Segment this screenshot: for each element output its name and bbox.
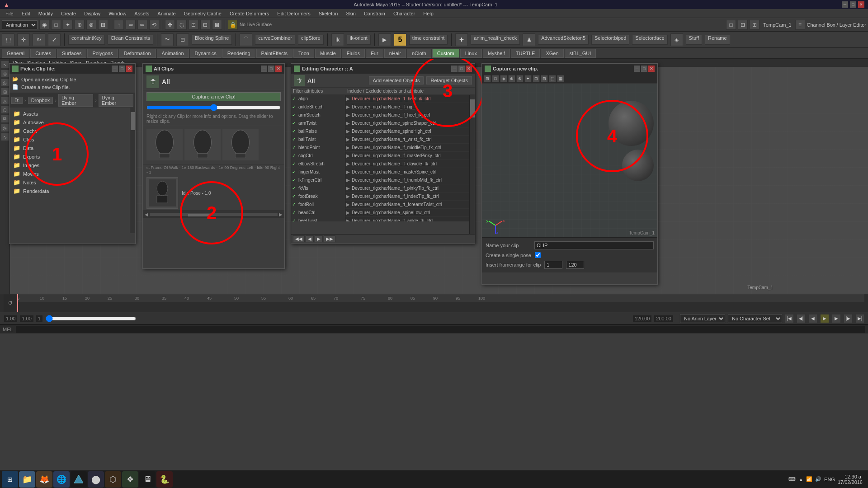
advanced-skeleton-icon[interactable]: ♟ — [523, 33, 535, 46]
go-start-btn[interactable]: |◀ — [785, 314, 794, 323]
add-objects-button[interactable]: Add selected Objects — [369, 76, 424, 84]
tab-nhair[interactable]: nHair — [384, 49, 406, 58]
next-frame-btn[interactable]: ▶ — [832, 314, 841, 323]
menu-create[interactable]: Create — [57, 10, 80, 17]
tab-rendering[interactable]: Rendering — [222, 49, 255, 58]
folder-assets[interactable]: 📁Assets — [11, 109, 128, 118]
tab-general[interactable]: General — [2, 49, 29, 58]
toolbar-icon-11[interactable]: ✤ — [165, 20, 175, 30]
edit-char-scrollbar[interactable] — [469, 95, 475, 234]
curve-icon[interactable]: ⌒ — [240, 33, 252, 46]
capture-tb-6[interactable]: ✦ — [524, 75, 532, 82]
selector-face-btn[interactable]: Selector:face — [632, 35, 667, 45]
all-clips-close[interactable]: ✕ — [275, 66, 282, 72]
rig-row-5[interactable]: ▶Devourer_rig:charName_rt_wrist_fk_ctrl — [345, 136, 469, 144]
all-clips-maximize[interactable]: □ — [268, 66, 274, 72]
rig-row-14[interactable]: ▶Devourer_rig:charName_spineLow_ctrl — [345, 209, 469, 217]
attr-elbow[interactable]: ✓elbowStretch — [291, 160, 345, 168]
tab-painteffects[interactable]: PaintEffects — [256, 49, 293, 58]
menu-modify[interactable]: Modify — [35, 10, 57, 17]
attr-align[interactable]: ✓align — [291, 95, 345, 103]
tab-xgen[interactable]: XGen — [541, 49, 563, 58]
breadcrumb-dying-ember[interactable]: Dying Ember — [58, 94, 93, 107]
toolbar-icon-cam1[interactable]: □ — [726, 20, 736, 30]
taskbar-app3[interactable]: 🐍 — [156, 471, 173, 488]
folder-data[interactable]: 📁Data — [11, 144, 128, 152]
edit-char-minimize[interactable]: ─ — [451, 66, 458, 72]
toolbar-icon-snaplive[interactable]: 🔒 — [228, 20, 238, 30]
attr-heeltwist[interactable]: ✓heelTwist — [291, 217, 345, 221]
clean-btn[interactable]: Clean Constraints — [108, 35, 153, 45]
breadcrumb-dying-ember2[interactable]: Dying Ember — [99, 94, 133, 107]
menu-file[interactable]: File — [2, 10, 17, 17]
frame-start-input[interactable] — [544, 261, 562, 269]
constraint-key-btn[interactable]: constraintKey — [68, 35, 105, 45]
folder-images[interactable]: 📁Images — [11, 161, 128, 169]
clip-item-2[interactable] — [222, 129, 259, 160]
all-clips-minimize[interactable]: ─ — [261, 66, 267, 72]
stuff-icon[interactable]: ◈ — [670, 33, 683, 46]
attr-finger[interactable]: ✓fingerMast — [291, 168, 345, 176]
menu-help[interactable]: Help — [420, 10, 437, 17]
ik-orient-icon[interactable]: ik — [331, 33, 344, 46]
minimize-button[interactable]: ─ — [842, 1, 848, 8]
menu-display[interactable]: Display — [80, 10, 104, 17]
tab-linux[interactable]: Linux — [460, 49, 482, 58]
menu-createdef[interactable]: Create Deformers — [226, 10, 273, 17]
attr-balltwist[interactable]: ✓ballTwist — [291, 136, 345, 144]
taskbar-explorer[interactable]: 📁 — [19, 471, 35, 488]
pick-clip-titlebar[interactable]: Pick a Clip file: ─ □ ✕ — [9, 64, 135, 74]
taskbar-start-btn[interactable]: ⊞ — [2, 471, 18, 488]
menu-editdef[interactable]: Edit Deformers — [274, 10, 314, 17]
toolbar-icon-3[interactable]: ✦ — [63, 20, 73, 30]
capture-tb-7[interactable]: ⊡ — [533, 75, 540, 82]
rig-row-7[interactable]: ▶Devourer_rig:charName_lf_masterPinky_ct… — [345, 152, 469, 160]
folder-cache[interactable]: 📁Cache — [11, 127, 128, 135]
rig-row-4[interactable]: ▶Devourer_rig:charName_spineHigh_ctrl — [345, 127, 469, 136]
capture-titlebar[interactable]: Capture a new clip. ─ □ ✕ — [482, 64, 657, 74]
toolbar-icon-10[interactable]: ⟲ — [149, 20, 159, 30]
edit-char-maximize[interactable]: □ — [458, 66, 465, 72]
edit-char-close[interactable]: ✕ — [466, 66, 472, 72]
attr-blendpoint[interactable]: ✓blendPoint — [291, 144, 345, 152]
toolbar-icon-15[interactable]: ⊠ — [212, 20, 222, 30]
clip-item-0[interactable] — [146, 129, 183, 160]
sidebar-tool-5[interactable]: △ — [1, 97, 9, 105]
sidebar-select-tool[interactable]: ↖ — [1, 61, 9, 69]
frame-end-input[interactable] — [566, 261, 584, 269]
capture-tb-8[interactable]: ⊟ — [541, 75, 548, 82]
taskbar-app2[interactable]: ❖ — [122, 471, 138, 488]
all-clips-titlebar[interactable]: All Clips ─ □ ✕ — [143, 64, 284, 74]
capture-clip-button[interactable]: Capture a new Clip! — [146, 92, 281, 101]
rig-row-3[interactable]: ▶Devourer_rig:charName_spineShaper_ctrl — [345, 119, 469, 127]
breadcrumb-d[interactable]: D: — [11, 97, 23, 104]
anim-health-btn[interactable]: anim_health_check — [471, 35, 520, 45]
menu-skeleton[interactable]: Skeleton — [315, 10, 342, 17]
rig-row-0[interactable]: ▶Devourer_rig:charName_rt_heel_ik_ctrl — [345, 95, 469, 103]
capture-tb-2[interactable]: □ — [492, 75, 499, 82]
close-button[interactable]: ✕ — [858, 1, 864, 8]
edit-char-scrollthumb[interactable] — [470, 99, 475, 117]
menu-assets[interactable]: Assets — [131, 10, 153, 17]
tab-fur[interactable]: Fur — [366, 49, 383, 58]
tab-surfaces[interactable]: Surfaces — [57, 49, 86, 58]
tab-deformation[interactable]: Deformation — [119, 49, 156, 58]
attr-fkvis[interactable]: ✓fkVis — [291, 184, 345, 192]
tab-custom[interactable]: Custom — [432, 49, 459, 58]
tab-fluids[interactable]: Fluids — [342, 49, 365, 58]
tab-dynamics[interactable]: Dynamics — [190, 49, 222, 58]
prev-frame-btn[interactable]: ◀ — [808, 314, 817, 323]
taskbar-terminal[interactable]: 🖥 — [139, 471, 156, 488]
pick-clip-scrollthumb[interactable] — [131, 112, 135, 130]
taskbar-maya[interactable] — [71, 471, 87, 488]
attr-ballraise[interactable]: ✓ballRaise — [291, 127, 345, 136]
rig-row-12[interactable]: ▶Devourer_rig:charName_lf_indexTip_fk_ct… — [345, 192, 469, 201]
toolbar-icon-12[interactable]: ◌ — [177, 20, 187, 30]
capture-minimize[interactable]: ─ — [634, 66, 640, 72]
toolbar-icon-cam2[interactable]: ⊡ — [738, 20, 748, 30]
advanced-skeleton-btn[interactable]: AdvancedSkeleton5 — [538, 35, 589, 45]
menu-skin[interactable]: Skin — [342, 10, 359, 17]
idle-pose-thumb[interactable] — [146, 177, 178, 209]
attr-armtwist[interactable]: ✓armTwist — [291, 119, 345, 127]
toolbar-icon-7[interactable]: ↑ — [114, 20, 124, 30]
